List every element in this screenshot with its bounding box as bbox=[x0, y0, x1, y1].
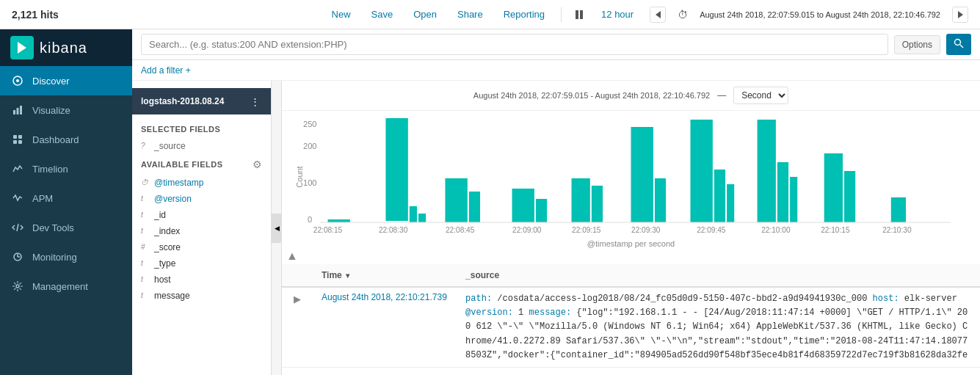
svg-rect-38 bbox=[790, 177, 797, 222]
collapse-histogram-button[interactable]: ▲ bbox=[286, 250, 298, 263]
field-type-timestamp: ⏱ bbox=[141, 178, 150, 187]
gear-icon[interactable]: ⚙ bbox=[253, 159, 262, 170]
viz-panel: August 24th 2018, 22:07:59.015 - August … bbox=[282, 81, 980, 375]
clock-icon: ⏱ bbox=[678, 9, 688, 21]
svg-rect-8 bbox=[18, 135, 22, 139]
add-filter-button[interactable]: Add a filter + bbox=[141, 65, 191, 76]
svg-text:200: 200 bbox=[303, 142, 317, 150]
timelion-icon bbox=[10, 161, 25, 176]
sidebar-item-monitoring[interactable]: Monitoring bbox=[0, 242, 132, 272]
collapse-panel-button[interactable]: ◀ bbox=[272, 214, 282, 243]
sidebar-item-visualize[interactable]: Visualize bbox=[0, 95, 132, 125]
table-body: ▶ August 24th 2018, 22:10:21.739 path: /… bbox=[282, 287, 980, 367]
time-interval[interactable]: 12 hour bbox=[597, 6, 638, 23]
save-button[interactable]: Save bbox=[367, 6, 398, 23]
index-collapse-button[interactable]: ⋮ bbox=[247, 94, 262, 109]
app-container: 2,121 hits New Save Open Share Reporting… bbox=[0, 0, 980, 375]
sidebar-label-timelion: Timelion bbox=[32, 164, 68, 175]
field-host-item[interactable]: t host bbox=[132, 272, 271, 288]
field-timestamp-item[interactable]: ⏱ @timestamp bbox=[132, 175, 271, 191]
row-expand-button[interactable]: ▶ bbox=[291, 292, 304, 305]
interval-selector[interactable]: Second bbox=[733, 87, 788, 104]
collapse-panel-icon: ◀ bbox=[275, 225, 280, 232]
col-expand bbox=[282, 264, 313, 287]
table-section: Time ▾ _source ▶ bbox=[282, 264, 980, 375]
field-source-item[interactable]: ? _source bbox=[132, 138, 271, 154]
field-type-score: # bbox=[141, 243, 150, 252]
col-time-header[interactable]: Time ▾ bbox=[313, 264, 457, 287]
svg-rect-6 bbox=[20, 106, 22, 114]
available-fields-title: Available Fields bbox=[141, 160, 222, 169]
data-table: Time ▾ _source ▶ bbox=[282, 264, 980, 368]
monitoring-icon bbox=[10, 250, 25, 264]
table-row: ▶ August 24th 2018, 22:10:21.739 path: /… bbox=[282, 287, 980, 367]
svg-rect-7 bbox=[13, 135, 17, 139]
sidebar-item-devtools[interactable]: Dev Tools bbox=[0, 213, 132, 242]
sidebar-label-visualize: Visualize bbox=[32, 105, 70, 116]
sidebar-item-discover[interactable]: Discover bbox=[0, 66, 132, 95]
svg-rect-33 bbox=[690, 120, 712, 222]
field-val-message: {"log":"192.168.1.1 - - [24/Aug/2018:11:… bbox=[571, 307, 968, 318]
svg-rect-40 bbox=[844, 171, 855, 222]
discover-icon bbox=[10, 73, 25, 88]
top-toolbar: 2,121 hits New Save Open Share Reporting… bbox=[0, 0, 980, 29]
open-button[interactable]: Open bbox=[409, 6, 441, 23]
reporting-button[interactable]: Reporting bbox=[499, 6, 549, 23]
field-name-message: message bbox=[154, 291, 190, 301]
sidebar-item-management[interactable]: Management bbox=[0, 272, 132, 301]
svg-rect-34 bbox=[714, 170, 725, 222]
svg-rect-5 bbox=[17, 108, 19, 114]
svg-line-15 bbox=[960, 45, 963, 48]
pause-control[interactable] bbox=[573, 9, 585, 21]
field-type-index: t bbox=[141, 227, 150, 236]
field-type-item[interactable]: t _type bbox=[132, 255, 271, 272]
sidebar-item-dashboard[interactable]: Dashboard bbox=[0, 125, 132, 154]
col-source-header: _source bbox=[457, 264, 980, 287]
svg-rect-32 bbox=[655, 178, 666, 222]
row-source-cell: path: /cosdata/access-log2018/08/24_fc05… bbox=[457, 287, 980, 367]
index-selector[interactable]: logstash-2018.08.24 ⋮ bbox=[132, 88, 271, 114]
field-message-item[interactable]: t message bbox=[132, 288, 271, 304]
field-type-source: ? bbox=[141, 142, 150, 150]
field-index-item[interactable]: t _index bbox=[132, 223, 271, 239]
svg-text:100: 100 bbox=[303, 178, 317, 187]
x-axis-label: @timestamp per second bbox=[297, 239, 965, 248]
svg-text:250: 250 bbox=[303, 120, 317, 128]
hits-count: 2,121 hits bbox=[12, 9, 59, 21]
hits-label: hits bbox=[40, 9, 59, 21]
field-name-score: _score bbox=[154, 242, 181, 252]
available-fields-header: Available Fields ⚙ bbox=[132, 154, 271, 175]
viz-header: August 24th 2018, 22:07:59.015 - August … bbox=[282, 81, 980, 111]
search-input[interactable] bbox=[141, 34, 888, 55]
time-prev-button[interactable] bbox=[650, 7, 666, 23]
pause-icon bbox=[573, 9, 585, 21]
sidebar-item-apm[interactable]: APM bbox=[0, 183, 132, 213]
field-key-path: path: bbox=[465, 294, 492, 304]
sidebar-label-devtools: Dev Tools bbox=[32, 222, 74, 233]
time-next-button[interactable] bbox=[952, 7, 968, 23]
svg-rect-30 bbox=[592, 186, 603, 222]
share-button[interactable]: Share bbox=[453, 6, 487, 23]
field-name-type: _type bbox=[154, 258, 175, 269]
field-val-message-cont2: hrome/41.0.2272.89 Safari/537.36\" \"-\"… bbox=[465, 336, 968, 346]
col-time-label: Time bbox=[322, 270, 342, 280]
svg-rect-23 bbox=[410, 206, 417, 222]
field-name-id: _id bbox=[154, 210, 166, 220]
field-val-host: elk-server bbox=[899, 294, 957, 304]
field-version-item[interactable]: t @version bbox=[132, 191, 271, 207]
field-id-item[interactable]: t _id bbox=[132, 207, 271, 223]
new-button[interactable]: New bbox=[327, 6, 355, 23]
search-go-button[interactable] bbox=[946, 34, 971, 55]
viz-time-range: August 24th 2018, 22:07:59.015 - August … bbox=[473, 91, 710, 100]
svg-text:22:09:45: 22:09:45 bbox=[697, 226, 726, 234]
svg-rect-41 bbox=[891, 197, 906, 222]
field-val-message-cont3: 8503Z","docker":{"container_id":"894905a… bbox=[465, 350, 968, 360]
svg-text:22:09:00: 22:09:00 bbox=[512, 226, 542, 234]
field-score-item[interactable]: # _score bbox=[132, 239, 271, 255]
kibana-logo-text: kibana bbox=[40, 40, 87, 57]
options-button[interactable]: Options bbox=[894, 35, 940, 54]
sidebar-logo: kibana bbox=[0, 29, 132, 66]
svg-text:22:08:45: 22:08:45 bbox=[446, 226, 475, 234]
sidebar-item-timelion[interactable]: Timelion bbox=[0, 154, 132, 183]
field-name-version: @version bbox=[154, 194, 192, 204]
